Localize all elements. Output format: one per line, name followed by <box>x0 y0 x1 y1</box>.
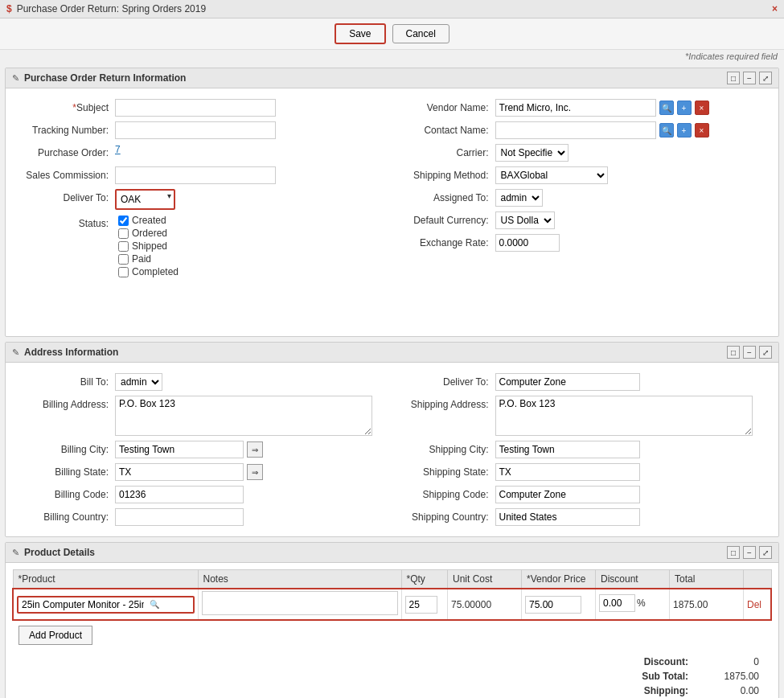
col-qty: *Qty <box>401 570 448 589</box>
address-deliver-to-input[interactable] <box>495 373 640 391</box>
address-minimize-button[interactable]: □ <box>727 346 740 359</box>
address-expand-button[interactable]: ⤢ <box>759 346 772 359</box>
qty-cell <box>401 589 448 620</box>
notes-input[interactable] <box>202 591 398 615</box>
billing-code-input[interactable] <box>115 486 244 503</box>
status-created: Created <box>118 215 179 226</box>
product-toggle-icon[interactable]: ✎ <box>12 548 19 558</box>
deliver-to-highlight: ▾ <box>115 189 175 210</box>
address-body: Bill To: admin Billing Address: P.O. Box… <box>6 363 778 536</box>
contact-add-icon[interactable]: + <box>677 123 692 138</box>
expand-button[interactable]: ⤢ <box>759 72 772 84</box>
exchange-rate-input[interactable] <box>495 234 560 252</box>
product-minimize-button[interactable]: □ <box>727 546 740 559</box>
status-created-checkbox[interactable] <box>118 216 129 226</box>
vendor-search-icon[interactable]: 🔍 <box>659 101 674 115</box>
minimize-button[interactable]: □ <box>727 72 740 84</box>
deliver-to-input[interactable] <box>117 191 166 207</box>
shipping-address-input[interactable]: P.O. Box 123 <box>495 396 753 436</box>
billing-city-input[interactable] <box>115 441 244 458</box>
vendor-price-input[interactable] <box>525 596 581 614</box>
status-shipped-checkbox[interactable] <box>118 241 129 252</box>
exchange-rate-row: Exchange Rate: <box>392 232 773 254</box>
shipping-state-row: Shipping State: <box>392 461 773 483</box>
shipping-code-input[interactable] <box>495 486 640 503</box>
unit-cost-cell: 75.00000 <box>448 589 522 620</box>
shipping-state-input[interactable] <box>495 463 640 481</box>
product-collapse-button[interactable]: − <box>743 546 756 559</box>
status-completed-checkbox[interactable] <box>118 267 129 277</box>
vendor-add-icon[interactable]: + <box>677 101 692 115</box>
col-discount: Discount <box>596 570 670 589</box>
col-notes: Notes <box>198 570 401 589</box>
sales-commission-label: Sales Commission: <box>18 166 115 181</box>
add-product-button[interactable]: Add Product <box>18 626 92 645</box>
sales-commission-input[interactable]: 0.000 <box>115 166 276 184</box>
vendor-remove-icon[interactable]: × <box>695 101 709 115</box>
status-paid: Paid <box>118 253 179 265</box>
purchase-order-value: 7 <box>115 144 121 155</box>
product-name-input[interactable] <box>18 597 147 612</box>
shipping-method-label: Shipping Method: <box>399 166 495 181</box>
copy-state-button[interactable]: ⇒ <box>247 464 263 480</box>
carrier-select[interactable]: Not Specifie <box>495 144 569 162</box>
exchange-rate-label: Exchange Rate: <box>399 234 495 248</box>
billing-address-label: Billing Address: <box>18 396 115 410</box>
billing-code-row: Billing Code: <box>12 483 392 506</box>
col-product: *Product <box>13 570 198 589</box>
status-shipped: Shipped <box>118 240 179 252</box>
shipping-country-row: Shipping Country: <box>392 506 773 528</box>
collapse-button[interactable]: − <box>743 72 756 84</box>
default-currency-label: Default Currency: <box>399 211 495 226</box>
tracking-number-input[interactable] <box>115 121 276 139</box>
billing-address-input[interactable]: P.O. Box 123 <box>115 396 372 436</box>
total-cell: 1875.00 <box>670 589 744 620</box>
status-paid-checkbox[interactable] <box>118 254 129 265</box>
billing-city-label: Billing City: <box>18 441 115 455</box>
default-currency-select[interactable]: US Dolla <box>495 211 555 229</box>
billing-state-input[interactable] <box>115 463 244 481</box>
subtotal-row: Sub Total: 1875.00 <box>598 671 759 682</box>
vendor-name-label: Vendor Name: <box>399 99 495 113</box>
bill-to-select[interactable]: admin <box>115 373 162 391</box>
shipping-city-input[interactable] <box>495 441 640 458</box>
shipping-address-row: Shipping Address: P.O. Box 123 <box>392 393 773 438</box>
carrier-row: Carrier: Not Specifie <box>392 142 773 164</box>
address-section: ✎ Address Information □ − ⤢ Bill To: adm… <box>5 342 779 537</box>
assigned-to-select[interactable]: admin <box>495 189 543 207</box>
shipping-country-input[interactable] <box>495 508 640 526</box>
save-button[interactable]: Save <box>335 23 385 44</box>
contact-search-icon[interactable]: 🔍 <box>659 123 674 138</box>
cancel-button[interactable]: Cancel <box>392 24 449 43</box>
delete-product-button[interactable]: Del <box>747 599 761 610</box>
subject-input[interactable]: Spring Orders 2019 <box>115 99 276 117</box>
copy-city-button[interactable]: ⇒ <box>247 441 263 458</box>
section-toggle-icon[interactable]: ✎ <box>12 73 19 84</box>
discount-input[interactable] <box>599 594 635 612</box>
contact-remove-icon[interactable]: × <box>695 123 709 138</box>
billing-state-row: Billing State: ⇒ <box>12 461 392 483</box>
address-toggle-icon[interactable]: ✎ <box>12 347 19 358</box>
billing-country-input[interactable] <box>115 508 244 526</box>
discount-total-value: 0 <box>695 656 759 667</box>
purchase-order-row: Purchase Order: 7 <box>12 142 392 164</box>
deliver-to-label: Deliver To: <box>18 189 115 203</box>
status-ordered-checkbox[interactable] <box>118 228 129 239</box>
deliver-to-arrow[interactable]: ▾ <box>166 191 173 207</box>
vendor-name-input[interactable] <box>495 99 656 117</box>
shipping-state-label: Shipping State: <box>399 463 495 478</box>
total-value: 1875.00 <box>673 599 708 610</box>
product-expand-button[interactable]: ⤢ <box>759 546 772 559</box>
subtotal-value: 1875.00 <box>695 671 759 682</box>
subtotal-label: Sub Total: <box>624 671 688 682</box>
close-icon[interactable]: × <box>772 3 778 14</box>
contact-name-input[interactable] <box>495 121 656 139</box>
address-collapse-button[interactable]: − <box>743 346 756 359</box>
discount-type: % <box>637 597 646 609</box>
shipping-city-label: Shipping City: <box>399 441 495 455</box>
status-ordered-label: Ordered <box>132 228 167 239</box>
shipping-method-select[interactable]: BAXGlobal <box>495 166 608 184</box>
qty-input[interactable] <box>405 596 437 614</box>
shipping-method-row: Shipping Method: BAXGlobal <box>392 164 773 187</box>
product-search-icon[interactable]: 🔍 <box>147 597 162 612</box>
